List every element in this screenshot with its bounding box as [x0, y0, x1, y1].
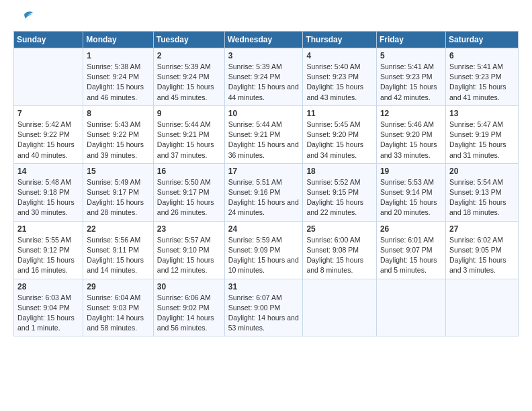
day-number: 17	[228, 167, 300, 176]
sun-info: Sunrise: 5:57 AMSunset: 9:10 PMDaylight:…	[157, 235, 221, 276]
sun-info: Sunrise: 5:59 AMSunset: 9:09 PMDaylight:…	[228, 235, 300, 276]
calendar-cell: 18Sunrise: 5:52 AMSunset: 9:15 PMDayligh…	[303, 163, 377, 221]
calendar-cell: 12Sunrise: 5:46 AMSunset: 9:20 PMDayligh…	[376, 105, 445, 163]
logo-bird-icon	[16, 11, 34, 27]
day-number: 13	[449, 109, 515, 118]
col-header-friday: Friday	[376, 32, 445, 48]
sun-info: Sunrise: 5:49 AMSunset: 9:17 PMDaylight:…	[87, 177, 149, 218]
sun-info: Sunrise: 5:51 AMSunset: 9:16 PMDaylight:…	[228, 177, 300, 218]
day-number: 5	[380, 51, 442, 60]
calendar-cell: 15Sunrise: 5:49 AMSunset: 9:17 PMDayligh…	[83, 163, 153, 221]
sun-info: Sunrise: 6:01 AMSunset: 9:07 PMDaylight:…	[380, 235, 442, 276]
day-number: 21	[17, 224, 79, 234]
week-row-3: 14Sunrise: 5:48 AMSunset: 9:18 PMDayligh…	[14, 163, 519, 221]
calendar-cell: 23Sunrise: 5:57 AMSunset: 9:10 PMDayligh…	[153, 221, 224, 279]
calendar-table: SundayMondayTuesdayWednesdayThursdayFrid…	[13, 31, 519, 336]
calendar-cell: 11Sunrise: 5:45 AMSunset: 9:20 PMDayligh…	[303, 105, 377, 163]
calendar-cell: 16Sunrise: 5:50 AMSunset: 9:17 PMDayligh…	[153, 163, 224, 221]
calendar-cell	[376, 279, 445, 336]
sun-info: Sunrise: 5:45 AMSunset: 9:20 PMDaylight:…	[306, 120, 373, 161]
week-row-5: 28Sunrise: 6:03 AMSunset: 9:04 PMDayligh…	[14, 279, 519, 336]
day-number: 28	[17, 282, 79, 291]
week-row-4: 21Sunrise: 5:55 AMSunset: 9:12 PMDayligh…	[14, 221, 519, 279]
sun-info: Sunrise: 5:41 AMSunset: 9:23 PMDaylight:…	[449, 62, 515, 103]
sun-info: Sunrise: 5:52 AMSunset: 9:15 PMDaylight:…	[306, 177, 373, 218]
sun-info: Sunrise: 5:53 AMSunset: 9:14 PMDaylight:…	[380, 177, 442, 218]
calendar-cell: 22Sunrise: 5:56 AMSunset: 9:11 PMDayligh…	[83, 221, 153, 279]
calendar-cell: 28Sunrise: 6:03 AMSunset: 9:04 PMDayligh…	[14, 279, 83, 336]
day-number: 15	[87, 167, 149, 176]
day-number: 22	[87, 224, 149, 234]
logo	[13, 11, 34, 27]
sun-info: Sunrise: 5:47 AMSunset: 9:19 PMDaylight:…	[449, 120, 515, 161]
day-number: 12	[380, 109, 442, 118]
sun-info: Sunrise: 5:38 AMSunset: 9:24 PMDaylight:…	[87, 62, 149, 103]
day-number: 4	[306, 51, 373, 60]
sun-info: Sunrise: 5:50 AMSunset: 9:17 PMDaylight:…	[157, 177, 221, 218]
calendar-cell	[14, 48, 83, 106]
calendar-cell: 30Sunrise: 6:06 AMSunset: 9:02 PMDayligh…	[153, 279, 224, 336]
sun-info: Sunrise: 5:56 AMSunset: 9:11 PMDaylight:…	[87, 235, 149, 276]
sun-info: Sunrise: 6:04 AMSunset: 9:03 PMDaylight:…	[87, 293, 149, 334]
calendar-cell: 29Sunrise: 6:04 AMSunset: 9:03 PMDayligh…	[83, 279, 153, 336]
calendar-cell: 14Sunrise: 5:48 AMSunset: 9:18 PMDayligh…	[14, 163, 83, 221]
calendar-cell: 20Sunrise: 5:54 AMSunset: 9:13 PMDayligh…	[445, 163, 518, 221]
day-number: 11	[306, 109, 373, 118]
col-header-wednesday: Wednesday	[224, 32, 303, 48]
day-number: 16	[157, 167, 221, 176]
calendar-cell: 27Sunrise: 6:02 AMSunset: 9:05 PMDayligh…	[445, 221, 518, 279]
calendar-cell: 26Sunrise: 6:01 AMSunset: 9:07 PMDayligh…	[376, 221, 445, 279]
calendar-cell	[445, 279, 518, 336]
day-number: 9	[157, 109, 221, 118]
page-header	[13, 11, 519, 27]
calendar-cell: 6Sunrise: 5:41 AMSunset: 9:23 PMDaylight…	[445, 48, 518, 106]
sun-info: Sunrise: 6:02 AMSunset: 9:05 PMDaylight:…	[449, 235, 515, 276]
sun-info: Sunrise: 6:06 AMSunset: 9:02 PMDaylight:…	[157, 293, 221, 334]
calendar-cell: 19Sunrise: 5:53 AMSunset: 9:14 PMDayligh…	[376, 163, 445, 221]
calendar-cell: 3Sunrise: 5:39 AMSunset: 9:24 PMDaylight…	[224, 48, 303, 106]
col-header-monday: Monday	[83, 32, 153, 48]
day-number: 3	[228, 51, 300, 60]
sun-info: Sunrise: 6:00 AMSunset: 9:08 PMDaylight:…	[306, 235, 373, 276]
day-number: 1	[87, 51, 149, 60]
sun-info: Sunrise: 5:41 AMSunset: 9:23 PMDaylight:…	[380, 62, 442, 103]
calendar-cell: 31Sunrise: 6:07 AMSunset: 9:00 PMDayligh…	[224, 279, 303, 336]
day-number: 30	[157, 282, 221, 291]
day-number: 14	[17, 167, 79, 176]
day-number: 25	[306, 224, 373, 234]
col-header-saturday: Saturday	[445, 32, 518, 48]
calendar-cell: 10Sunrise: 5:44 AMSunset: 9:21 PMDayligh…	[224, 105, 303, 163]
week-row-1: 1Sunrise: 5:38 AMSunset: 9:24 PMDaylight…	[14, 48, 519, 106]
day-number: 10	[228, 109, 300, 118]
sun-info: Sunrise: 5:42 AMSunset: 9:22 PMDaylight:…	[17, 120, 79, 161]
day-number: 7	[17, 109, 79, 118]
sun-info: Sunrise: 6:07 AMSunset: 9:00 PMDaylight:…	[228, 293, 300, 334]
sun-info: Sunrise: 5:48 AMSunset: 9:18 PMDaylight:…	[17, 177, 79, 218]
calendar-cell: 21Sunrise: 5:55 AMSunset: 9:12 PMDayligh…	[14, 221, 83, 279]
sun-info: Sunrise: 6:03 AMSunset: 9:04 PMDaylight:…	[17, 293, 79, 334]
calendar-cell: 17Sunrise: 5:51 AMSunset: 9:16 PMDayligh…	[224, 163, 303, 221]
calendar-cell: 7Sunrise: 5:42 AMSunset: 9:22 PMDaylight…	[14, 105, 83, 163]
sun-info: Sunrise: 5:55 AMSunset: 9:12 PMDaylight:…	[17, 235, 79, 276]
col-header-sunday: Sunday	[14, 32, 83, 48]
day-number: 23	[157, 224, 221, 234]
day-number: 2	[157, 51, 221, 60]
sun-info: Sunrise: 5:43 AMSunset: 9:22 PMDaylight:…	[87, 120, 149, 161]
calendar-cell: 25Sunrise: 6:00 AMSunset: 9:08 PMDayligh…	[303, 221, 377, 279]
col-header-thursday: Thursday	[303, 32, 377, 48]
sun-info: Sunrise: 5:40 AMSunset: 9:23 PMDaylight:…	[306, 62, 373, 103]
day-number: 27	[449, 224, 515, 234]
calendar-cell: 24Sunrise: 5:59 AMSunset: 9:09 PMDayligh…	[224, 221, 303, 279]
calendar-cell: 8Sunrise: 5:43 AMSunset: 9:22 PMDaylight…	[83, 105, 153, 163]
calendar-cell: 9Sunrise: 5:44 AMSunset: 9:21 PMDaylight…	[153, 105, 224, 163]
sun-info: Sunrise: 5:44 AMSunset: 9:21 PMDaylight:…	[157, 120, 221, 161]
calendar-cell: 5Sunrise: 5:41 AMSunset: 9:23 PMDaylight…	[376, 48, 445, 106]
sun-info: Sunrise: 5:54 AMSunset: 9:13 PMDaylight:…	[449, 177, 515, 218]
calendar-cell: 13Sunrise: 5:47 AMSunset: 9:19 PMDayligh…	[445, 105, 518, 163]
calendar-cell	[303, 279, 377, 336]
day-number: 31	[228, 282, 300, 291]
sun-info: Sunrise: 5:46 AMSunset: 9:20 PMDaylight:…	[380, 120, 442, 161]
col-header-tuesday: Tuesday	[153, 32, 224, 48]
day-number: 20	[449, 167, 515, 176]
calendar-cell: 1Sunrise: 5:38 AMSunset: 9:24 PMDaylight…	[83, 48, 153, 106]
